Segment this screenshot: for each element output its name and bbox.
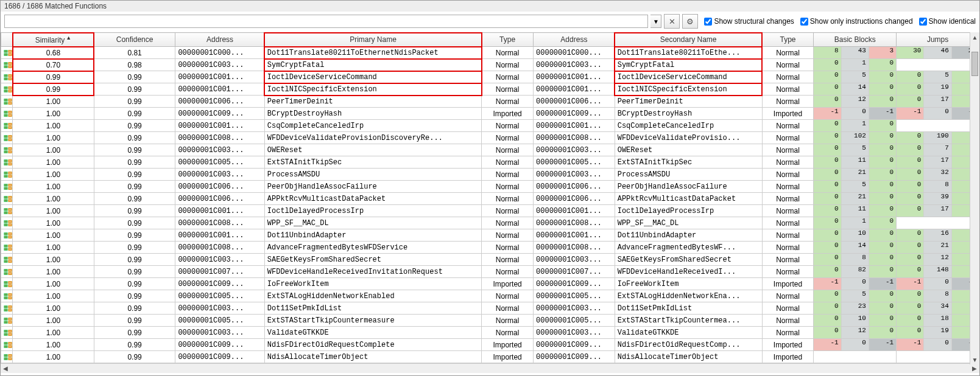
table-row[interactable]: 1.000.9900000001C009...BCryptDestroyHash… [1,108,979,120]
scroll-thumb[interactable] [971,52,978,76]
cell-jumps [897,59,979,71]
table-row[interactable]: 1.000.9900000001C006...PeerObjHandleAsso… [1,181,979,193]
table-row[interactable]: 1.000.9900000001C005...ExtSTAInitTkipSec… [1,156,979,169]
svg-rect-16 [4,99,7,101]
checkbox-structural[interactable]: Show structural changes [704,17,794,26]
row-icon [1,254,13,266]
cell-secondary-name: IoFreeWorkItem [615,278,762,290]
table-row[interactable]: 1.000.9900000001C003...OWEResetNormal000… [1,144,979,156]
cell-type1: Normal [482,96,534,108]
checkbox-instructions[interactable]: Show only instructions changed [800,17,913,26]
cell-primary-name: ValidateGTKKDE [264,327,481,339]
cell-address1: 00000001C001... [175,205,264,217]
cell-confidence: 0.99 [94,315,175,327]
checkbox-identical[interactable]: Show identical [919,17,976,26]
table-row[interactable]: 0.990.9900000001C001...IoctlNICSpecificE… [1,83,979,96]
svg-rect-85 [9,305,12,308]
settings-button[interactable]: ⚙ [682,14,698,29]
cell-type1: Normal [482,217,534,229]
search-input[interactable] [5,15,647,27]
svg-rect-68 [4,257,7,259]
checkbox-instructions-input[interactable] [800,18,808,26]
horizontal-scrollbar[interactable]: ◀ ▶ [1,363,979,373]
table-row[interactable]: 1.000.9900000001C008...AdvanceFragmented… [1,242,979,254]
cell-similarity: 1.00 [13,302,94,315]
table-row[interactable]: 1.000.9900000001C008...WPP_SF__MAC_DLNor… [1,217,979,229]
col-basic-blocks[interactable]: Basic Blocks [814,33,897,47]
col-secondary-name[interactable]: Secondary Name [615,33,762,47]
table-row[interactable]: 1.000.9900000001C003...SAEGetKeysFromSha… [1,254,979,266]
cell-primary-name: NdisFDirectOidRequestComplete [264,339,481,351]
clear-button[interactable]: ✕ [664,14,680,29]
checkbox-identical-input[interactable] [919,18,927,26]
table-row[interactable]: 1.000.9900000001C001...CsqCompleteCancel… [1,120,979,132]
cell-address2: 00000001C003... [534,302,615,315]
svg-rect-46 [4,187,7,189]
table-row[interactable]: 0.990.9900000001C001...IoctlDeviceServic… [1,71,979,83]
cell-jumps: 0120 [897,254,979,266]
table-row[interactable]: 1.000.9900000001C009...NdisFDirectOidReq… [1,339,979,351]
table-row[interactable]: 1.000.9900000001C007...WFDDeviceHandleRe… [1,266,979,278]
col-type1[interactable]: Type [482,33,534,47]
table-row[interactable]: 0.680.8100000001C000...Dot11Translate802… [1,47,979,59]
checkbox-structural-input[interactable] [704,18,712,26]
col-type2[interactable]: Type [762,33,814,47]
table-row[interactable]: 1.000.9900000001C008...WFDDeviceValidate… [1,132,979,144]
cell-jumps: 0170 [897,96,979,108]
functions-table[interactable]: Similarity▲ Confidence Address Primary N… [1,32,979,363]
svg-rect-1 [9,50,12,52]
table-row[interactable]: 1.000.9900000001C001...IoctlDelayedProce… [1,205,979,217]
table-row[interactable]: 1.000.9900000001C005...ExtSTALogHiddenNe… [1,290,979,302]
svg-rect-91 [9,321,12,323]
svg-rect-86 [4,308,7,311]
cell-confidence: 0.99 [94,193,175,205]
cell-type2: Normal [762,181,814,193]
table-row[interactable]: 1.000.9900000001C006...APPktRcvMulticast… [1,193,979,205]
col-jumps[interactable]: Jumps [897,33,979,47]
cell-address1: 00000001C008... [175,217,264,229]
svg-rect-15 [9,89,12,92]
scroll-down-arrow[interactable]: ▼ [970,355,979,364]
cell-address2: 00000001C003... [534,327,615,339]
table-row[interactable]: 1.000.9900000001C003...Dot11SetPmkIdList… [1,302,979,315]
svg-rect-76 [4,281,7,284]
svg-rect-88 [4,318,7,320]
cell-primary-name: IoctlNICSpecificExtension [264,83,481,96]
cell-address1: 00000001C006... [175,193,264,205]
table-row[interactable]: 1.000.9900000001C006...PeerTimerDeinitNo… [1,96,979,108]
cell-jumps: -10-1 [897,339,979,351]
col-similarity[interactable]: Similarity▲ [13,33,94,47]
col-primary-name[interactable]: Primary Name [264,33,481,47]
table-row[interactable]: 1.000.9900000001C003...ValidateGTKKDENor… [1,327,979,339]
table-row[interactable]: 1.000.9900000001C009...NdisAllocateTimer… [1,351,979,363]
table-row[interactable]: 1.000.9900000001C001...Dot11UnbindAdapte… [1,229,979,242]
svg-rect-71 [9,260,12,262]
cell-type2: Normal [762,47,814,59]
cell-type2: Normal [762,217,814,229]
search-dropdown-button[interactable]: ▼ [650,15,661,28]
vertical-scrollbar[interactable]: ▲ ▼ [970,32,979,364]
row-icon [1,83,13,96]
search-box[interactable] [4,15,648,28]
scroll-up-arrow[interactable]: ▲ [970,32,979,42]
col-confidence[interactable]: Confidence [94,33,175,47]
scroll-left-arrow[interactable]: ◀ [1,364,10,373]
svg-rect-2 [4,53,7,55]
svg-rect-25 [9,123,12,125]
cell-primary-name: ExtSTAStartTkipCountermeasure [264,315,481,327]
col-address2[interactable]: Address [534,33,615,47]
scroll-right-arrow[interactable]: ▶ [970,364,979,373]
table-row[interactable]: 0.700.9800000001C003...SymCryptFatalNorm… [1,59,979,71]
cell-basic-blocks: 0140 [814,242,897,254]
cell-similarity: 1.00 [13,351,94,363]
cell-type2: Imported [762,108,814,120]
table-row[interactable]: 1.000.9900000001C005...ExtSTAStartTkipCo… [1,315,979,327]
cell-basic-blocks: 0100 [814,315,897,327]
table-row[interactable]: 1.000.9900000001C003...ProcessAMSDUNorma… [1,169,979,181]
table-row[interactable]: 1.000.9900000001C009...IoFreeWorkItemImp… [1,278,979,290]
col-icon[interactable] [1,33,13,47]
svg-rect-21 [9,111,12,113]
col-address1[interactable]: Address [175,33,264,47]
cell-address1: 00000001C003... [175,254,264,266]
cell-address2: 00000001C009... [534,108,615,120]
